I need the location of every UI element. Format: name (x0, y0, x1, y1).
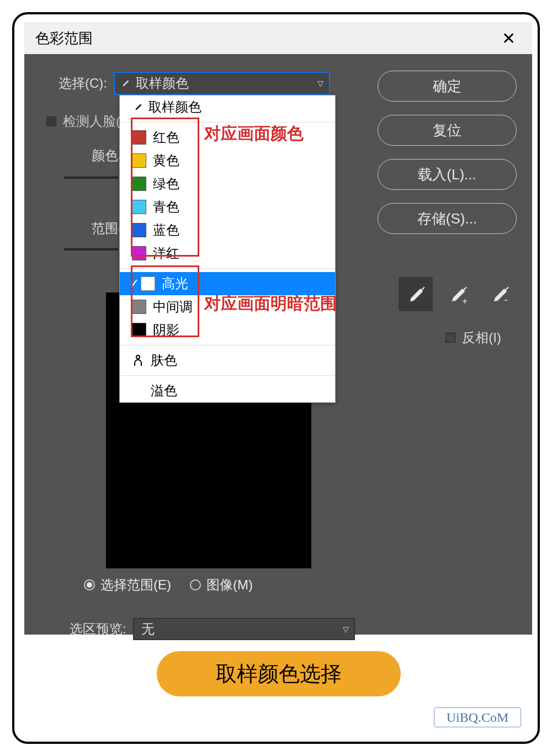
swatch-blue (132, 223, 146, 237)
menu-item-label: 中间调 (153, 298, 193, 316)
menu-item-blue[interactable]: 蓝色 (120, 219, 335, 242)
menu-item-shadows[interactable]: 阴影 (120, 318, 335, 342)
menu-item-label: 阴影 (153, 321, 179, 339)
fuzziness-slider[interactable] (64, 177, 118, 179)
svg-text:+: + (462, 296, 468, 305)
invert-checkbox[interactable] (445, 333, 455, 343)
eyedropper-button[interactable] (399, 277, 433, 311)
swatch-magenta (132, 246, 146, 260)
radio-label: 选择范围(E) (100, 576, 171, 594)
range-label: 范围( (92, 220, 123, 237)
menu-item-yellow[interactable]: 黄色 (120, 149, 335, 172)
load-button[interactable]: 载入(L)... (378, 159, 517, 190)
watermark-text: UiBQ.CoM (447, 710, 509, 725)
menu-item-label: 高光 (162, 275, 188, 292)
button-label: 载入(L)... (418, 165, 476, 184)
reset-button[interactable]: 复位 (378, 115, 517, 146)
select-label: 选择(C): (59, 74, 107, 92)
eyedropper-icon (119, 77, 131, 89)
preview-mode-radios: 选择范围(E) 图像(M) (84, 576, 253, 594)
menu-separator (120, 375, 335, 376)
menu-item-green[interactable]: 绿色 (120, 172, 335, 195)
radio-selection[interactable]: 选择范围(E) (84, 576, 171, 594)
caption-text: 取样颜色选择 (216, 660, 342, 688)
detect-faces-checkbox[interactable] (46, 116, 56, 126)
chevron-down-icon: ▽ (343, 625, 349, 633)
menu-item-label: 溢色 (151, 382, 177, 400)
selection-preview-label: 选区预览: (70, 620, 126, 638)
swatch-yellow (132, 153, 146, 168)
tutorial-frame: 色彩范围 ✕ 选择(C): 取样颜色 ▽ 取样颜色 红色 黄色 (12, 12, 540, 744)
menu-item-red[interactable]: 红色 (120, 126, 335, 149)
eyedropper-add-button[interactable]: + (440, 277, 475, 311)
menu-separator (120, 268, 335, 269)
select-row: 选择(C): 取样颜色 ▽ (59, 72, 330, 95)
swatch-red (132, 130, 146, 145)
eyedropper-tools: + - (399, 277, 517, 311)
invert-label: 反相(I) (462, 329, 501, 347)
dialog-title: 色彩范围 (35, 29, 93, 48)
menu-item-skin[interactable]: 肤色 (120, 349, 335, 372)
selection-preview-value: 无 (141, 620, 155, 638)
select-dropdown-menu[interactable]: 取样颜色 红色 黄色 绿色 青色 蓝色 洋红 ✓高光 中间调 阴影 肤色 (119, 95, 336, 403)
radio-label: 图像(M) (206, 576, 253, 594)
chevron-down-icon: ▽ (317, 79, 323, 88)
menu-item-cyan[interactable]: 青色 (120, 195, 335, 219)
button-label: 存储(S)... (417, 209, 477, 228)
dialog-button-column: 确定 复位 载入(L)... 存储(S)... (378, 71, 517, 234)
swatch-cyan (132, 200, 146, 214)
menu-item-sampled[interactable]: 取样颜色 (120, 95, 335, 119)
watermark: UiBQ.CoM (434, 707, 521, 727)
eyedropper-minus-icon: - (489, 283, 511, 305)
menu-separator (120, 122, 335, 123)
selection-preview-row: 选区预览: 无 ▽ (70, 618, 355, 640)
color-range-dialog: 色彩范围 ✕ 选择(C): 取样颜色 ▽ 取样颜色 红色 黄色 (24, 22, 532, 635)
eyedropper-subtract-button[interactable]: - (482, 277, 517, 311)
check-icon: ✓ (129, 276, 139, 291)
swatch-midtones (132, 300, 146, 314)
menu-item-label: 青色 (153, 198, 179, 216)
menu-item-label: 绿色 (153, 175, 179, 193)
select-value: 取样颜色 (136, 74, 189, 92)
select-dropdown[interactable]: 取样颜色 ▽ (114, 72, 330, 95)
eyedropper-icon (405, 283, 427, 305)
menu-item-outofgamut[interactable]: 溢色 (120, 379, 335, 402)
menu-separator (120, 345, 335, 345)
swatch-green (132, 177, 146, 191)
menu-item-midtones[interactable]: 中间调 (120, 295, 335, 318)
eyedropper-icon (132, 101, 144, 113)
swatch-shadows (132, 323, 146, 337)
radio-icon (84, 579, 95, 590)
menu-item-label: 红色 (153, 129, 179, 146)
button-label: 复位 (433, 121, 461, 140)
dialog-titlebar: 色彩范围 ✕ (24, 22, 532, 54)
menu-item-label: 取样颜色 (148, 98, 201, 116)
close-icon[interactable]: ✕ (497, 26, 520, 50)
caption-pill: 取样颜色选择 (157, 651, 401, 696)
menu-item-label: 肤色 (151, 352, 177, 369)
svg-text:-: - (504, 294, 508, 305)
radio-image[interactable]: 图像(M) (190, 576, 253, 594)
swatch-highlights (141, 276, 155, 291)
ok-button[interactable]: 确定 (378, 71, 517, 102)
eyedropper-plus-icon: + (447, 283, 469, 305)
button-label: 确定 (433, 77, 461, 96)
svg-point-0 (136, 355, 140, 359)
save-button[interactable]: 存储(S)... (378, 203, 517, 234)
menu-item-label: 洋红 (153, 244, 179, 262)
menu-item-label: 蓝色 (153, 221, 179, 239)
person-icon (132, 354, 144, 366)
radio-icon (190, 579, 201, 590)
selection-preview-dropdown[interactable]: 无 ▽ (133, 618, 355, 640)
menu-item-highlights[interactable]: ✓高光 (120, 272, 335, 295)
detect-faces-row: 检测人脸( (46, 113, 120, 130)
menu-item-magenta[interactable]: 洋红 (120, 242, 335, 265)
invert-row: 反相(I) (445, 329, 501, 347)
menu-item-label: 黄色 (153, 152, 179, 169)
detect-faces-label: 检测人脸( (63, 113, 120, 130)
dialog-body: 选择(C): 取样颜色 ▽ 取样颜色 红色 黄色 绿色 青色 蓝色 (24, 54, 532, 635)
range-slider[interactable] (64, 248, 118, 251)
